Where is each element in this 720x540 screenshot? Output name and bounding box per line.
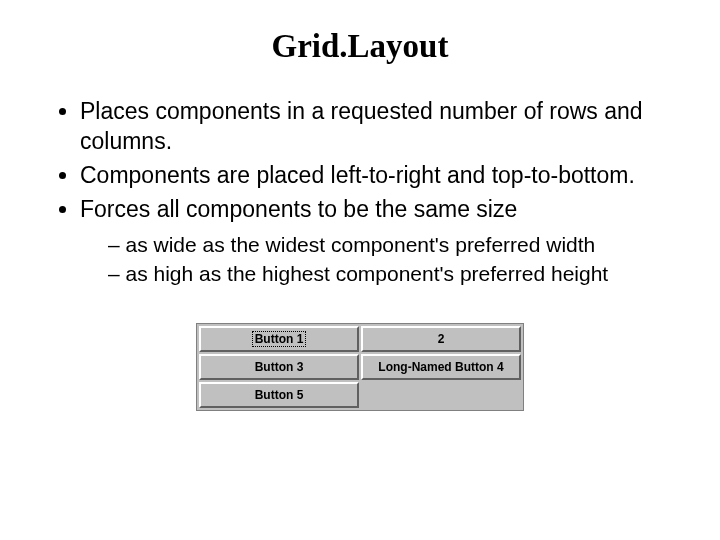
button-label: 2 (438, 332, 445, 346)
demo-button-1[interactable]: Button 1 (199, 326, 359, 352)
bullet-item: Forces all components to be the same siz… (80, 195, 670, 287)
demo-panel: Button 1 2 Button 3 Long-Named Button 4 … (196, 323, 524, 411)
sub-bullet-item: as high as the highest component's prefe… (108, 260, 670, 287)
sub-bullet-list: as wide as the widest component's prefer… (80, 231, 670, 288)
button-label: Long-Named Button 4 (378, 360, 503, 374)
demo-button-5[interactable]: Button 5 (199, 382, 359, 408)
button-label: Button 1 (252, 331, 307, 347)
slide: Grid.Layout Places components in a reque… (0, 0, 720, 540)
bullet-item: Places components in a requested number … (80, 97, 670, 157)
sub-bullet-item: as wide as the widest component's prefer… (108, 231, 670, 258)
demo-button-3[interactable]: Button 3 (199, 354, 359, 380)
gridlayout-demo: Button 1 2 Button 3 Long-Named Button 4 … (50, 323, 670, 411)
button-label: Button 5 (255, 388, 304, 402)
button-label: Button 3 (255, 360, 304, 374)
bullet-item: Components are placed left-to-right and … (80, 161, 670, 191)
bullet-text: Forces all components to be the same siz… (80, 196, 517, 222)
bullet-list: Places components in a requested number … (50, 97, 670, 287)
demo-button-2[interactable]: 2 (361, 326, 521, 352)
demo-button-4[interactable]: Long-Named Button 4 (361, 354, 521, 380)
slide-title: Grid.Layout (50, 28, 670, 65)
